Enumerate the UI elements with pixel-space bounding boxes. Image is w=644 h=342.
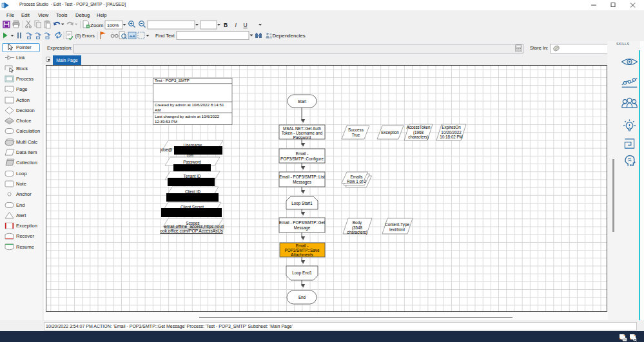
svg-text:I: I <box>235 22 237 28</box>
svg-text:Test - POP3_SMTP: Test - POP3_SMTP <box>155 78 190 82</box>
svg-text:Exception: Exception <box>381 130 399 135</box>
svg-text:Success: Success <box>348 128 364 132</box>
svg-text:Row 1 of 2: Row 1 of 2 <box>347 179 367 184</box>
svg-text:Attachments: Attachments <box>291 252 313 257</box>
svg-text:AM: AM <box>155 108 161 112</box>
svg-text:Zoom: Zoom <box>90 23 104 28</box>
svg-text:B: B <box>224 22 228 28</box>
svg-text:characters): characters) <box>408 135 429 140</box>
svg-text:MSAL.NET::Get Auth: MSAL.NET::Get Auth <box>283 126 321 131</box>
svg-text:Email -: Email - <box>296 151 309 156</box>
svg-text:Password: Password <box>183 160 201 164</box>
svg-text:Email - POP3/SMTP::Get: Email - POP3/SMTP::Get <box>279 220 325 225</box>
svg-text:Loop Start1: Loop Start1 <box>291 201 313 206</box>
svg-text:Dependencies: Dependencies <box>273 33 306 39</box>
svg-text:Password: Password <box>293 135 311 140</box>
svg-text:POP3/SMTP::Configure: POP3/SMTP::Configure <box>280 157 324 162</box>
svg-text:Last changed by admin at 10/6/: Last changed by admin at 10/6/2022 <box>155 114 220 119</box>
svg-text:jdoe@: jdoe@ <box>160 147 173 153</box>
svg-text:Created by admin at 10/6/2022: Created by admin at 10/6/2022 8:14:51 <box>155 102 224 107</box>
svg-text:Token - Username and: Token - Username and <box>282 131 323 135</box>
svg-text:Messages: Messages <box>293 180 311 185</box>
svg-text:(0) Errors: (0) Errors <box>75 33 95 39</box>
svg-text:12:39:53 PM: 12:39:53 PM <box>155 119 177 124</box>
svg-text:End: End <box>298 295 306 299</box>
svg-text:Emails: Emails <box>351 175 363 179</box>
svg-text:100%: 100% <box>107 23 119 28</box>
svg-text:ook.office.com/POP.AccessAsUs: ook.office.com/POP.AccessAsUs <box>160 229 223 233</box>
svg-text:characters): characters) <box>347 230 367 235</box>
svg-text:POP3/SMTP::Save: POP3/SMTP::Save <box>285 248 320 252</box>
svg-text:Find Text: Find Text <box>155 33 175 39</box>
svg-text:10:18:02 PM: 10:18:02 PM <box>440 135 463 139</box>
svg-text:Message: Message <box>294 225 311 231</box>
svg-text:U: U <box>244 22 248 28</box>
svg-text:True: True <box>352 133 360 137</box>
svg-text:Start: Start <box>298 99 307 104</box>
svg-text:Client ID: Client ID <box>185 189 201 194</box>
svg-text:Tenant ID: Tenant ID <box>184 174 201 178</box>
svg-text:10/20/2022: 10/20/2022 <box>441 130 462 135</box>
svg-text:text/html: text/html <box>389 227 405 232</box>
svg-text:Email - POP3/SMTP::List: Email - POP3/SMTP::List <box>279 175 325 179</box>
svg-text:AccessToken: AccessToken <box>406 125 431 129</box>
svg-text:Loop End1: Loop End1 <box>292 271 312 276</box>
svg-text:Email -: Email - <box>296 243 309 248</box>
